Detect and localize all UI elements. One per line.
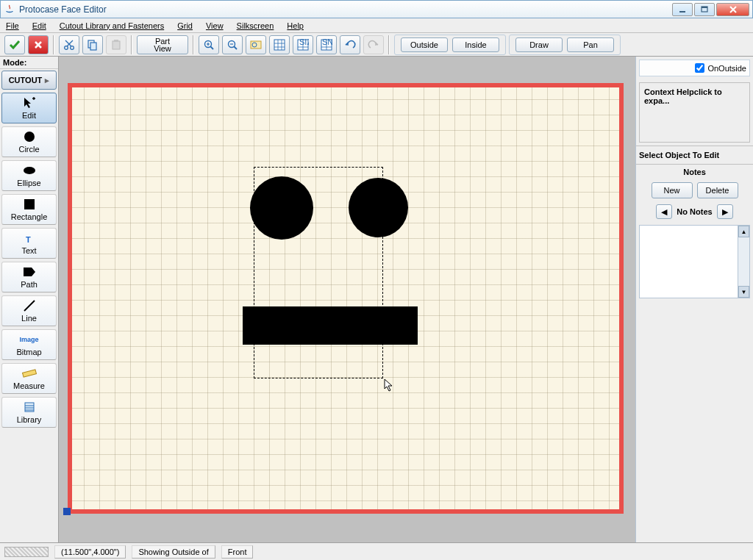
svg-rect-23 bbox=[22, 370, 36, 377]
undo-button[interactable] bbox=[340, 35, 360, 54]
svg-text:SNAP: SNAP bbox=[322, 39, 332, 46]
cut-button[interactable] bbox=[59, 35, 79, 54]
svg-rect-8 bbox=[114, 40, 118, 42]
menu-edit[interactable]: Edit bbox=[29, 20, 49, 32]
grid-size-button[interactable]: SIZE bbox=[293, 35, 313, 54]
tool-library[interactable]: Library bbox=[1, 397, 57, 428]
tool-label: Ellipse bbox=[17, 179, 40, 187]
tool-edit[interactable]: Edit bbox=[1, 93, 57, 123]
menu-help[interactable]: Help bbox=[284, 20, 307, 32]
title-bar: Protocase Face Editor bbox=[0, 0, 753, 18]
maximize-button[interactable] bbox=[694, 3, 715, 16]
svg-rect-13 bbox=[274, 40, 285, 50]
draw-button[interactable]: Draw bbox=[515, 37, 563, 52]
svg-text:T: T bbox=[26, 235, 31, 244]
svg-rect-6 bbox=[90, 43, 96, 50]
svg-rect-0 bbox=[679, 11, 685, 12]
svg-rect-20 bbox=[24, 199, 35, 209]
cancel-button[interactable] bbox=[28, 35, 49, 54]
status-face: Front bbox=[221, 545, 254, 559]
outside-button[interactable]: Outside bbox=[401, 37, 448, 52]
tool-measure[interactable]: Measure bbox=[1, 363, 57, 394]
mouse-cursor-icon bbox=[384, 378, 394, 392]
zoom-fit-button[interactable] bbox=[246, 35, 266, 54]
filled-ellipse-icon bbox=[22, 164, 37, 177]
selection-box[interactable] bbox=[254, 167, 383, 378]
menu-grid[interactable]: Grid bbox=[174, 20, 196, 32]
svg-point-4 bbox=[71, 46, 74, 49]
zoom-in-button[interactable] bbox=[199, 35, 219, 54]
mode-selector[interactable]: CUTOUT▸ bbox=[1, 71, 57, 90]
menu-silkscreen[interactable]: Silkscreen bbox=[234, 20, 277, 32]
svg-text:SIZE: SIZE bbox=[299, 39, 309, 46]
pan-button[interactable]: Pan bbox=[567, 37, 614, 52]
tool-label: Path bbox=[21, 280, 38, 289]
notes-header: Notes bbox=[636, 165, 753, 179]
notes-prev-button[interactable]: ◀ bbox=[656, 204, 672, 219]
tool-label: Library bbox=[17, 415, 42, 424]
tool-rectangle[interactable]: Rectangle bbox=[1, 194, 57, 225]
svg-line-22 bbox=[24, 301, 35, 311]
inside-button[interactable]: Inside bbox=[452, 37, 499, 52]
tool-label: Edit bbox=[22, 111, 36, 120]
tool-line[interactable]: Line bbox=[1, 295, 57, 326]
snap-button[interactable]: SNAP bbox=[316, 35, 337, 54]
notes-textarea[interactable]: ▲ ▼ bbox=[639, 225, 750, 298]
menu-view[interactable]: View bbox=[203, 20, 226, 32]
arrow-plus-icon bbox=[22, 96, 37, 110]
notes-new-button[interactable]: New bbox=[652, 182, 693, 198]
tool-text[interactable]: T Text bbox=[1, 228, 57, 259]
tool-bitmap[interactable]: Image Bitmap bbox=[1, 329, 57, 360]
text-t-icon: T bbox=[24, 231, 35, 245]
svg-rect-2 bbox=[702, 7, 707, 8]
status-bar: (11.500",4.000") Showing Outside of Fron… bbox=[0, 542, 753, 560]
accept-button[interactable] bbox=[4, 35, 25, 54]
redo-button[interactable] bbox=[363, 35, 384, 54]
menu-cutout-library[interactable]: Cutout Library and Fasteners bbox=[57, 20, 167, 32]
java-icon bbox=[4, 4, 15, 15]
outside-inside-group: Outside Inside bbox=[394, 35, 506, 55]
tool-circle[interactable]: Circle bbox=[1, 126, 57, 157]
tool-label: Bitmap bbox=[16, 348, 41, 356]
minimize-button[interactable] bbox=[672, 3, 693, 16]
filled-square-icon bbox=[24, 198, 35, 211]
zoom-out-button[interactable] bbox=[222, 35, 243, 54]
status-showing: Showing Outside of bbox=[132, 545, 215, 559]
on-outside-label: OnOutside bbox=[707, 64, 746, 73]
tool-label: Text bbox=[21, 246, 36, 255]
svg-point-19 bbox=[24, 167, 35, 174]
canvas-area[interactable] bbox=[59, 57, 635, 542]
context-help-panel[interactable]: Context Helpclick to expa... bbox=[639, 82, 750, 143]
tool-path[interactable]: Path bbox=[1, 262, 57, 292]
origin-handle[interactable] bbox=[63, 508, 71, 515]
notes-next-button[interactable]: ▶ bbox=[717, 204, 733, 219]
scroll-up-icon[interactable]: ▲ bbox=[738, 226, 749, 237]
menu-file[interactable]: File bbox=[3, 20, 22, 32]
svg-point-18 bbox=[24, 132, 35, 142]
notes-scrollbar[interactable]: ▲ ▼ bbox=[738, 226, 749, 298]
workspace: Mode: CUTOUT▸ Edit Circle Ellipse Rectan… bbox=[0, 57, 753, 542]
paste-button[interactable] bbox=[106, 35, 126, 54]
part-view-button[interactable]: PartView bbox=[137, 35, 188, 54]
scroll-down-icon[interactable]: ▼ bbox=[738, 286, 749, 298]
diag-line-icon bbox=[23, 299, 36, 312]
image-icon: Image bbox=[19, 333, 38, 346]
ruler-icon bbox=[22, 367, 37, 380]
pentagon-icon bbox=[23, 265, 36, 279]
grid-toggle-button[interactable] bbox=[269, 35, 290, 54]
tool-ellipse[interactable]: Ellipse bbox=[1, 160, 57, 191]
status-grip bbox=[4, 547, 49, 557]
no-notes-label: No Notes bbox=[677, 207, 712, 216]
filled-circle-icon bbox=[23, 130, 36, 143]
tool-label: Measure bbox=[13, 381, 45, 390]
on-outside-checkbox[interactable] bbox=[695, 63, 704, 73]
right-panel: OnOutside Context Helpclick to expa... S… bbox=[635, 57, 753, 542]
copy-button[interactable] bbox=[82, 35, 103, 54]
notes-delete-button[interactable]: Delete bbox=[697, 182, 738, 198]
toolbox: Mode: CUTOUT▸ Edit Circle Ellipse Rectan… bbox=[0, 57, 59, 542]
close-button[interactable] bbox=[716, 3, 749, 16]
window-title: Protocase Face Editor bbox=[19, 4, 672, 15]
status-coords: (11.500",4.000") bbox=[54, 545, 126, 559]
tool-label: Circle bbox=[18, 145, 39, 154]
svg-rect-7 bbox=[113, 41, 120, 49]
